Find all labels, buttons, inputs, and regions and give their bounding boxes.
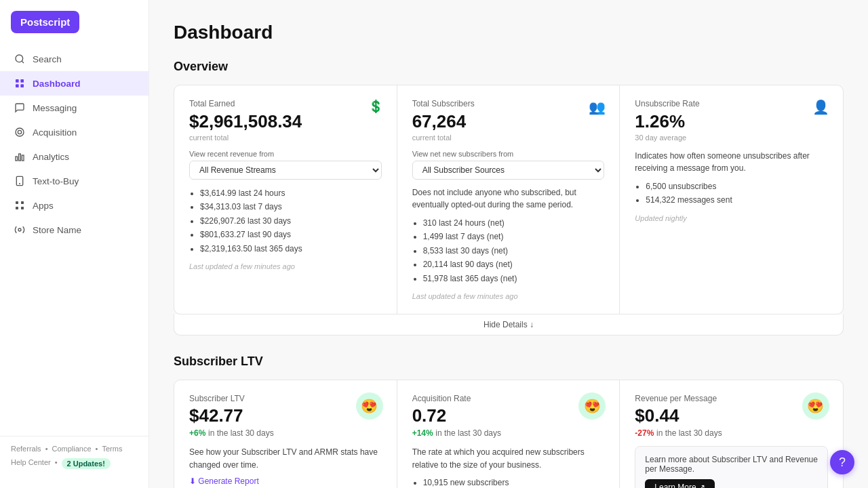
apps-icon (14, 199, 26, 211)
overview-card-2: 👤 Unsubscribe Rate 1.26% 30 day average … (620, 85, 843, 314)
ltv-emoji-0: 😍 (356, 392, 383, 420)
svg-rect-15 (21, 207, 24, 209)
svg-rect-4 (20, 84, 24, 87)
learn-more-box: Learn more about Subscriber LTV and Reve… (635, 446, 828, 488)
footer-links: Referrals • Compliance • Terms (11, 445, 138, 453)
logo-wrap: Postscript (0, 11, 149, 47)
footer-terms[interactable]: Terms (102, 445, 122, 453)
ltv-value-0: $42.77 (189, 405, 382, 426)
list-item: 51,978 last 365 days (net) (423, 272, 605, 285)
ltv-change-2: -27% (635, 428, 654, 438)
sidebar-item-text-to-buy[interactable]: Text-to-Buy (0, 169, 149, 193)
card-list: $3,614.99 last 24 hours$34,313.03 last 7… (189, 186, 382, 256)
card-footer-0: Last updated a few minutes ago (189, 262, 382, 270)
list-item: $2,319,163.50 last 365 days (200, 242, 382, 256)
svg-rect-3 (16, 84, 19, 87)
card-footer-1: Last updated a few minutes ago (412, 292, 605, 300)
store-name-icon (14, 224, 26, 236)
card-label-0: Total Earned (189, 99, 382, 108)
ltv-label-1: Acquisition Rate (412, 394, 605, 403)
card-footer-2: Updated nightly (635, 214, 828, 222)
sidebar-footer: Referrals • Compliance • Terms Help Cent… (0, 436, 149, 477)
card-desc: Indicates how often someone unsubscribes… (635, 150, 828, 174)
list-item: $3,614.99 last 24 hours (200, 186, 382, 200)
sidebar-item-label: Store Name (33, 225, 81, 235)
svg-rect-9 (22, 155, 24, 161)
page-title: Dashboard (174, 22, 844, 43)
logo[interactable]: Postscript (11, 11, 79, 33)
card-value-0: $2,961,508.34 (189, 111, 382, 132)
ltv-card-1: 😍 Acquisition Rate 0.72 +14% in the last… (397, 380, 620, 488)
card-value-1: 67,264 (412, 111, 605, 132)
list-item: 8,533 last 30 days (net) (423, 244, 605, 258)
sidebar-item-dashboard[interactable]: Dashboard (0, 71, 149, 96)
updates-badge[interactable]: 2 Updates! (62, 458, 111, 469)
svg-rect-7 (16, 157, 18, 161)
svg-rect-1 (16, 79, 19, 83)
sidebar-item-label: Text-to-Buy (33, 176, 79, 186)
card-list: 6,500 unsubscribes514,322 messages sent (635, 180, 828, 207)
analytics-icon (14, 150, 26, 163)
overview-title: Overview (174, 60, 844, 74)
sidebar-item-messaging[interactable]: Messaging (0, 96, 149, 120)
card-select-0[interactable]: All Revenue Streams (189, 161, 382, 180)
ltv-period-0: in the last 30 days (208, 428, 274, 438)
help-button[interactable]: ? (830, 450, 854, 474)
ltv-period-2: in the last 30 days (656, 428, 722, 438)
overview-card-0: 💲 Total Earned $2,961,508.34 current tot… (174, 85, 397, 314)
sidebar-item-analytics[interactable]: Analytics (0, 144, 149, 169)
sidebar-item-label: Dashboard (33, 79, 81, 89)
sidebar-item-label: Search (33, 54, 62, 64)
svg-rect-13 (21, 201, 24, 204)
svg-point-16 (18, 228, 21, 231)
footer-compliance[interactable]: Compliance (52, 445, 91, 453)
list-item: 310 last 24 hours (net) (423, 216, 605, 230)
overview-card-1: 👥 Total Subscribers 67,264 current total… (397, 85, 620, 314)
ltv-card-2: 😍 Revenue per Message $0.44 -27% in the … (620, 380, 843, 488)
hide-details-bar[interactable]: Hide Details ↓ (174, 314, 844, 336)
sidebar-item-label: Messaging (33, 103, 77, 113)
overview-cards: 💲 Total Earned $2,961,508.34 current tot… (174, 85, 844, 314)
card-select-label: View net new subscribers from (412, 150, 605, 158)
acquisition-icon (14, 126, 26, 138)
ltv-desc-1: The rate at which you acquired new subsc… (412, 446, 605, 472)
list-item: 20,114 last 90 days (net) (423, 258, 605, 271)
sidebar-item-acquisition[interactable]: Acquisition (0, 120, 149, 144)
footer-help-center[interactable]: Help Center (11, 458, 51, 466)
ltv-card-0: 😍 Subscriber LTV $42.77 +6% in the last … (174, 380, 397, 488)
card-icon-2: 👤 (812, 99, 829, 115)
sidebar-item-label: Analytics (33, 152, 69, 162)
svg-point-6 (18, 130, 21, 134)
learn-more-button[interactable]: Learn More ↗ (645, 479, 715, 488)
ltv-title: Subscriber LTV (174, 354, 844, 369)
sidebar-item-search[interactable]: Search (0, 47, 149, 71)
sidebar-item-label: Acquisition (33, 127, 77, 138)
card-value-2: 1.26% (635, 111, 828, 132)
text-to-buy-icon (14, 175, 26, 187)
list-item: 1,499 last 7 days (net) (423, 230, 605, 243)
ltv-cards: 😍 Subscriber LTV $42.77 +6% in the last … (174, 380, 844, 488)
ltv-value-2: $0.44 (635, 405, 828, 426)
sidebar-item-store-name[interactable]: Store Name (0, 218, 149, 242)
generate-report-link[interactable]: ⬇ Generate Report (189, 476, 259, 486)
card-sub-1: current total (412, 134, 605, 142)
main-content: Dashboard Overview 💲 Total Earned $2,961… (149, 0, 868, 488)
card-sub-0: current total (189, 134, 382, 142)
ltv-change-1: +14% (412, 428, 433, 438)
ltv-list-1: 10,915 new subscribers15,058 overall Sho… (412, 476, 605, 488)
svg-rect-12 (16, 201, 18, 204)
list-item: 514,322 messages sent (646, 193, 828, 207)
sidebar: Postscript SearchDashboardMessagingAcqui… (0, 0, 149, 488)
sidebar-item-apps[interactable]: Apps (0, 193, 149, 218)
svg-rect-14 (16, 207, 18, 209)
ltv-value-1: 0.72 (412, 405, 605, 426)
card-list: 310 last 24 hours (net)1,499 last 7 days… (412, 216, 605, 285)
ltv-emoji-1: 😍 (578, 392, 606, 420)
ltv-emoji-2: 😍 (802, 392, 829, 420)
card-label-2: Unsubscribe Rate (635, 99, 828, 108)
footer-referrals[interactable]: Referrals (11, 445, 41, 453)
ltv-desc-0a: See how your Subscriber LTV and ARMR sta… (189, 446, 382, 472)
messaging-icon (14, 102, 26, 114)
list-item: $226,907.26 last 30 days (200, 214, 382, 228)
card-select-1[interactable]: All Subscriber Sources (412, 161, 605, 180)
